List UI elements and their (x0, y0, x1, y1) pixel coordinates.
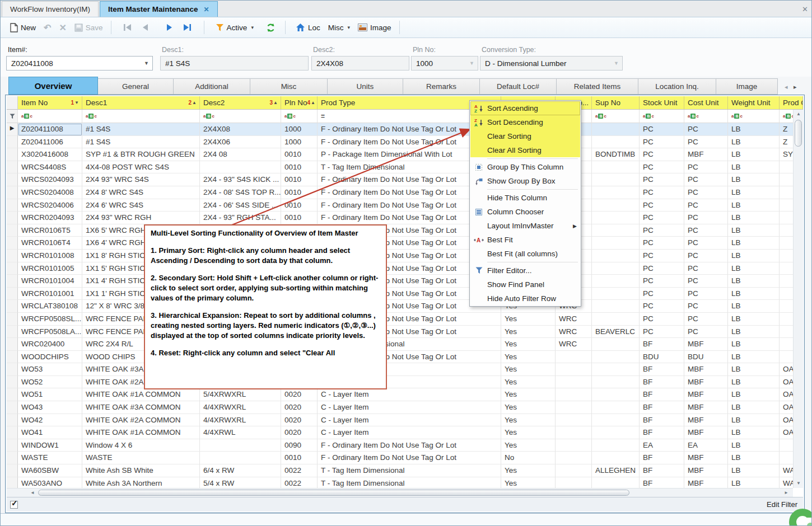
cell-item-no[interactable]: WO42 (18, 414, 82, 427)
cell-weight-unit[interactable]: LB (728, 439, 780, 452)
cell-stock-unit[interactable]: PC (640, 313, 684, 326)
cell-prod-cl[interactable]: WA (780, 464, 794, 477)
cell-item-no[interactable]: WRCLAT380108 (18, 300, 82, 313)
cell-cost-unit[interactable]: MBF (684, 414, 728, 427)
cell-b[interactable] (556, 477, 592, 488)
menu-item-layout-iminvmaster[interactable]: Layout ImInvMaster▶ (470, 219, 580, 233)
tab-scroll-right-icon[interactable]: ▸ (794, 83, 797, 91)
tab-remarks[interactable]: Remarks (403, 78, 480, 95)
table-row[interactable]: WRCS02040932X4 93" WRC S4S2X4 - 93" S4S … (7, 173, 794, 186)
cell-stock-unit[interactable]: PC (640, 199, 684, 212)
cell-stock-unit[interactable]: PC (640, 326, 684, 339)
pln-no-dropdown[interactable]: 1000 ▼ (411, 56, 478, 71)
cell-sup-no[interactable] (592, 136, 640, 149)
conversion-type-dropdown[interactable]: D - Dimensional Lumber ▼ (480, 56, 623, 71)
undo-button[interactable]: ↶ (40, 20, 55, 35)
cell-item-no[interactable]: WA60SBW (18, 464, 82, 477)
cell-cost-unit[interactable]: PC (684, 173, 728, 186)
table-row[interactable]: ▶Z020411008#1 S4S2X4X081000F - Ordinary … (7, 123, 794, 136)
cell-item-no[interactable]: WRCR0106T4 (18, 237, 82, 250)
menu-item-sort-descending[interactable]: ZASort Descending (470, 115, 580, 129)
vertical-scrollbar[interactable]: ▲ ▼ (793, 110, 803, 488)
cell-desc1[interactable]: 2X4 6' WRC S4S (82, 199, 200, 212)
cell-prod-type[interactable]: T - Tag Item Dimensional (318, 477, 501, 488)
table-row[interactable]: WRCLAT38010812" X 8' WRC 3/8F - Ordinary… (7, 300, 794, 313)
cell-desc1[interactable]: WHITE OAK #3A COMMON (82, 401, 200, 414)
cell-sup-no[interactable] (592, 173, 640, 186)
cell-stock-unit[interactable]: PC (640, 262, 684, 275)
menu-item-hide-this-column[interactable]: Hide This Column (470, 191, 580, 205)
cell-sup-no[interactable] (592, 452, 640, 464)
cell-weight-unit[interactable]: LB (728, 136, 780, 149)
cell-pln-no[interactable]: 0020 (281, 414, 318, 427)
tab-misc[interactable]: Misc (250, 78, 328, 95)
new-button[interactable]: New (6, 21, 40, 35)
cell-desc2[interactable]: 6/4 x RW (200, 464, 281, 477)
cell-sup-no[interactable] (592, 288, 640, 300)
cell-sup-no[interactable] (592, 376, 640, 389)
cell-desc2[interactable]: 2X4X06 (200, 136, 281, 149)
cell-cost-unit[interactable]: PC (684, 123, 728, 136)
cell-stock-unit[interactable]: BF (640, 363, 684, 376)
menu-item-clear-all-sorting[interactable]: Clear All Sorting (470, 143, 580, 157)
cell-pln-no[interactable]: 0010 (281, 212, 318, 224)
menu-item-group-by-this-column[interactable]: Group By This Column (470, 160, 580, 174)
cell-prod-type[interactable]: C - Layer Item (318, 388, 501, 401)
cell-sup-no[interactable]: BONDTIMB (592, 148, 640, 161)
cell-blank[interactable]: Yes (501, 426, 556, 439)
cell-weight-unit[interactable]: LB (728, 148, 780, 161)
cell-item-no[interactable]: WRCS4408S (18, 161, 82, 174)
cell-stock-unit[interactable]: BF (640, 338, 684, 351)
cell-weight-unit[interactable]: LB (728, 250, 780, 262)
cell-blank[interactable]: Yes (501, 439, 556, 452)
cell-stock-unit[interactable]: BF (640, 376, 684, 389)
cell-prod-type[interactable]: C - Layer Item (318, 414, 501, 427)
cell-prod-type[interactable]: C - Layer Item (318, 401, 501, 414)
vertical-scroll-thumb[interactable] (795, 120, 802, 147)
cell-prod-cl[interactable]: OA (780, 363, 794, 376)
cell-pln-no[interactable]: 0010 (281, 452, 318, 464)
table-row[interactable]: WO53WHITE OAK #3A COMMONYesBFMBFLBOA (7, 363, 794, 376)
cell-item-no[interactable]: WRCR0101001 (18, 288, 82, 300)
table-row[interactable]: WRCR02040932X4 93" WRC RGH2X4 - 93" RGH … (7, 212, 794, 224)
cell-item-no[interactable]: WO41 (18, 426, 82, 439)
filter-cell-pln-no[interactable]: aBc (281, 110, 318, 123)
table-row[interactable]: WRCR01010011X1 1' RGH STICKF - Ordinary … (7, 288, 794, 300)
cell-cost-unit[interactable]: MBF (684, 363, 728, 376)
table-row[interactable]: X3020416008SYP #1 & BTR ROUGH GREEN2X4 0… (7, 148, 794, 161)
cell-prod-cl[interactable] (780, 224, 794, 237)
cell-cost-unit[interactable]: PC (684, 199, 728, 212)
cell-stock-unit[interactable]: BF (640, 452, 684, 464)
cell-stock-unit[interactable]: BF (640, 401, 684, 414)
cell-prod-cl[interactable] (780, 250, 794, 262)
cell-desc1[interactable]: #1 S4S (82, 123, 200, 136)
cell-cost-unit[interactable]: PC (684, 288, 728, 300)
cell-prod-cl[interactable] (780, 439, 794, 452)
cell-weight-unit[interactable]: LB (728, 173, 780, 186)
cell-blank[interactable]: Yes (501, 363, 556, 376)
cell-cost-unit[interactable]: PC (684, 300, 728, 313)
cell-b[interactable] (556, 414, 592, 427)
table-row[interactable]: WA503ANOWhite Ash 3A Northern5/4 x RW002… (7, 477, 794, 488)
table-row[interactable]: WRCFP0508LA...WRC FENCE PANF - Ordinary … (7, 326, 794, 339)
cell-sup-no[interactable] (592, 262, 640, 275)
cell-weight-unit[interactable]: LB (728, 338, 780, 351)
cell-sup-no[interactable] (592, 250, 640, 262)
cell-item-no[interactable]: WO53 (18, 363, 82, 376)
menu-item-best-fit-all-columns[interactable]: Best Fit (all columns) (470, 247, 580, 261)
tab-scroll-left-icon[interactable]: ◂ (785, 83, 788, 91)
cell-weight-unit[interactable]: LB (728, 363, 780, 376)
cell-pln-no[interactable]: 0020 (281, 426, 318, 439)
horizontal-scroll-thumb[interactable] (38, 490, 629, 496)
tab-default-loc[interactable]: Default Loc# (480, 78, 557, 95)
cell-blank[interactable]: Yes (501, 401, 556, 414)
cell-prod-cl[interactable]: OA (780, 426, 794, 439)
cell-prod-cl[interactable] (780, 288, 794, 300)
table-row[interactable]: WOODCHIPSWOOD CHIPSF - Ordinary Item Do … (7, 351, 794, 364)
cell-desc1[interactable]: WHITE OAK #2A COMMON (82, 414, 200, 427)
image-button[interactable]: Image (354, 21, 395, 34)
cell-pln-no[interactable]: 1000 (281, 136, 318, 149)
cell-blank[interactable]: No (501, 452, 556, 464)
table-row[interactable]: WRCS02040062X4 6' WRC S4S2X4 - 06' S4S S… (7, 199, 794, 212)
filter-cell-weight-unit[interactable]: aBc (728, 110, 780, 123)
